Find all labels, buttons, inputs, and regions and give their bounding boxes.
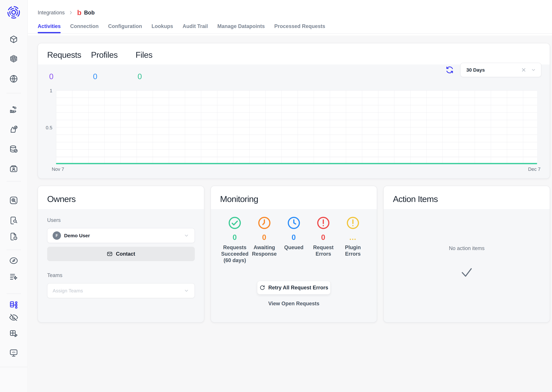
breadcrumb-integrations-link[interactable]: Integrations — [38, 10, 65, 16]
retry-icon — [260, 285, 265, 291]
chevron-right-icon — [68, 10, 73, 15]
sidebar-divider — [0, 367, 28, 367]
stat-request-errors: 0 Request Errors — [309, 216, 338, 264]
page-content: Requests Profiles Files 0 0 0 30 Days — [28, 35, 552, 392]
data-flow-icon[interactable] — [9, 301, 18, 310]
app-logo-icon[interactable] — [7, 5, 21, 20]
thumbs-up-check-icon[interactable] — [9, 125, 18, 134]
modules-icon[interactable] — [9, 54, 18, 63]
alert-circle-icon — [316, 216, 330, 230]
date-range-select[interactable]: 30 Days — [460, 63, 541, 77]
document-question-icon[interactable]: ? — [9, 232, 18, 241]
tab-configuration[interactable]: Configuration — [108, 23, 142, 33]
database-check-icon[interactable] — [9, 145, 18, 154]
clear-icon[interactable] — [521, 67, 526, 73]
breadcrumb: Integrations b Bob — [28, 0, 552, 20]
chevron-down-icon — [184, 233, 189, 238]
tab-connection[interactable]: Connection — [70, 23, 99, 33]
globe-icon[interactable] — [9, 74, 18, 83]
owners-title: Owners — [47, 194, 195, 204]
hand-coins-icon[interactable] — [9, 105, 18, 115]
view-open-requests-link[interactable]: View Open Requests — [220, 301, 368, 307]
date-range-value: 30 Days — [466, 67, 485, 73]
sidebar-divider — [7, 181, 21, 182]
sidebar-divider — [7, 250, 21, 250]
integration-logo: b — [77, 9, 81, 16]
metric-tab-profiles[interactable]: Profiles — [91, 50, 136, 60]
contact-button[interactable]: Contact — [47, 247, 195, 261]
check-circle-icon — [228, 216, 242, 230]
cube-icon[interactable] — [9, 35, 18, 44]
y-axis-tick-05: 0.5 — [43, 125, 52, 131]
eye-slash-icon[interactable] — [9, 313, 18, 322]
activity-card: Requests Profiles Files 0 0 0 30 Days — [38, 43, 550, 179]
action-items-card: Action Items No action items — [383, 186, 550, 322]
chart-series-line — [56, 163, 537, 164]
main-area: Integrations b Bob Activities Connection… — [28, 0, 552, 392]
metric-tab-files[interactable]: Files — [136, 50, 550, 60]
monitoring-stats: 0 Requests Succeeded (60 days) 0 Awaitin… — [220, 209, 368, 264]
svg-text:</>: </> — [12, 351, 15, 354]
owners-card: Owners Users F Demo User Contact Team — [38, 186, 204, 322]
empty-state-text: No action items — [449, 245, 485, 251]
y-axis-tick-1: 1 — [43, 88, 52, 93]
search-zoom-in-icon[interactable] — [9, 196, 18, 205]
profiles-count: 0 — [93, 72, 138, 81]
tab-audit-trail[interactable]: Audit Trail — [182, 23, 208, 33]
list-sparkle-icon[interactable] — [9, 272, 18, 281]
svg-text:?: ? — [15, 237, 16, 239]
document-search-icon[interactable] — [9, 216, 18, 225]
stat-plugin-errors: ... Plugin Errors — [338, 216, 368, 264]
check-icon — [460, 265, 474, 280]
metric-tab-requests[interactable]: Requests — [47, 50, 91, 60]
retry-all-request-errors-button[interactable]: Retry All Request Errors — [257, 281, 331, 294]
stat-requests-succeeded: 0 Requests Succeeded (60 days) — [220, 216, 250, 264]
sidebar-divider — [7, 294, 21, 294]
activity-card-header: Requests Profiles Files — [38, 43, 550, 64]
sidebar-divider — [7, 93, 21, 93]
table-edit-icon[interactable] — [9, 329, 18, 338]
activity-chart: 1 0.5 Nov 7 Dec 7 — [56, 90, 537, 164]
monitor-code-icon[interactable]: </> — [9, 348, 18, 357]
stat-awaiting-response: 0 Awaiting Response — [250, 216, 279, 264]
tab-manage-datapoints[interactable]: Manage Datapoints — [217, 23, 265, 33]
users-label: Users — [47, 209, 195, 223]
teams-placeholder: Assign Teams — [53, 288, 83, 294]
tab-activities[interactable]: Activities — [38, 23, 61, 33]
sidebar: ? </> — [0, 0, 28, 392]
chart-plot-area — [56, 90, 537, 164]
tab-lookups[interactable]: Lookups — [152, 23, 173, 33]
chevron-down-icon — [184, 288, 189, 294]
clock-icon — [287, 216, 301, 230]
teams-label: Teams — [47, 272, 195, 278]
x-axis-tick-start: Nov 7 — [52, 167, 64, 172]
avatar: F — [53, 231, 61, 240]
action-items-title: Action Items — [393, 194, 540, 204]
monitoring-card: Monitoring 0 Requests Succeeded (60 days… — [211, 186, 377, 322]
tab-processed-requests[interactable]: Processed Requests — [274, 23, 325, 33]
alert-circle-icon — [346, 216, 360, 230]
monitoring-title: Monitoring — [220, 194, 368, 204]
users-select[interactable]: F Demo User — [47, 228, 195, 243]
tab-bar: Activities Connection Configuration Look… — [28, 20, 552, 34]
refresh-icon[interactable] — [446, 66, 454, 74]
breadcrumb-current: Bob — [84, 10, 95, 16]
selected-user-name: Demo User — [64, 233, 90, 238]
contact-card-icon[interactable] — [9, 164, 18, 174]
mail-icon — [107, 251, 113, 257]
clock-icon — [257, 216, 271, 230]
stat-queued: 0 Queued — [279, 216, 308, 264]
requests-count: 0 — [49, 72, 93, 81]
compass-icon[interactable] — [9, 256, 18, 265]
x-axis-tick-end: Dec 7 — [528, 167, 540, 172]
chevron-down-icon[interactable] — [531, 67, 536, 73]
teams-select[interactable]: Assign Teams — [47, 283, 195, 298]
